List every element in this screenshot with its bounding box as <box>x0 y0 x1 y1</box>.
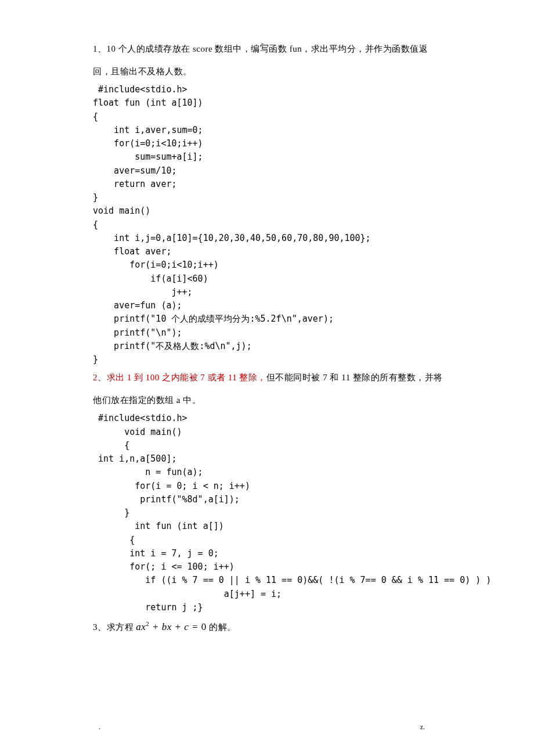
footer-right-mark: z. <box>420 723 425 732</box>
problem-1-code: #include<stdio.h> float fun (int a[10]) … <box>93 83 444 366</box>
document-page: - 1、10 个人的成绩存放在 score 数组中，编写函数 fun，求出平均分… <box>0 0 534 756</box>
eq-term-a: ax <box>136 621 146 632</box>
problem-2-title: 2、求出 1 到 100 之内能被 7 或者 11 整除，但不能同时被 7 和 … <box>93 366 444 412</box>
problem-2-code: #include<stdio.h> void main() { int i,n,… <box>93 412 444 614</box>
footer-left-mark: . <box>99 723 100 732</box>
problem-3-suffix: 的解。 <box>207 622 236 632</box>
page-header-mark: - <box>261 39 264 48</box>
equation: ax2 + bx + c = 0 <box>136 621 207 632</box>
problem-3-prefix: 3、求方程 <box>93 622 136 632</box>
problem-2-title-highlight: 2、求出 1 到 100 之内能被 7 或者 11 整除， <box>93 373 266 382</box>
problem-3-title: 3、求方程 ax2 + bx + c = 0 的解。 <box>93 614 444 640</box>
eq-mid: + bx + c = <box>149 621 201 632</box>
eq-zero: 0 <box>201 621 207 632</box>
problem-1-title: 1、10 个人的成绩存放在 score 数组中，编写函数 fun，求出平均分，并… <box>93 38 444 83</box>
